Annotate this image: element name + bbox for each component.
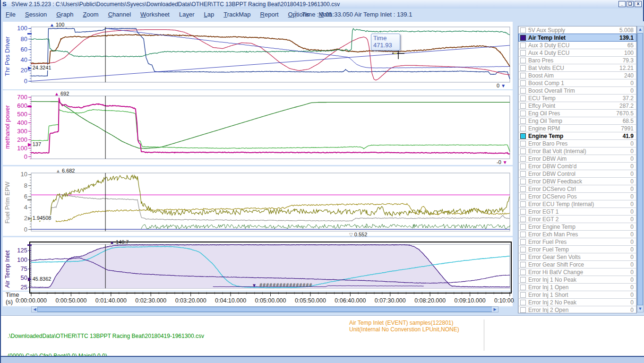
channel-value: 0 [630,239,634,245]
channel-row[interactable]: Error Engine Temp0 [518,223,636,231]
channel-checkbox[interactable] [520,209,526,215]
channel-scrollbar-thumb[interactable] [637,33,643,305]
channel-checkbox[interactable] [520,300,526,305]
channel-row[interactable]: Boost Comp 10 [518,79,636,87]
channel-checkbox[interactable] [520,224,526,230]
channel-checkbox[interactable] [520,171,526,177]
channel-row[interactable]: Error Gear Sen Volts0 [518,253,636,261]
channel-checkbox[interactable] [520,148,526,154]
channel-checkbox[interactable] [520,95,526,101]
channel-scrollbar[interactable]: ▲ ▼ [637,26,644,312]
channel-checkbox[interactable] [520,277,526,283]
channel-checkbox[interactable] [520,88,526,94]
channel-sidebar: 5V Aux Supply5.008Air Temp Inlet139.1Aux… [515,21,644,315]
channel-value: 287.2 [619,103,634,109]
channel-name: Error Baro Pres [528,140,567,147]
channel-value: 79.3 [623,57,634,64]
channel-row[interactable]: Error Bat Volt (Internal)0 [518,147,636,155]
channel-row[interactable]: Baro Pres79.3 [518,56,636,64]
channel-row[interactable]: Error EGT 20 [518,215,636,223]
channel-checkbox[interactable] [520,269,526,275]
channel-checkbox[interactable] [520,179,526,184]
overflow-marker: ▼ ################ [253,283,312,288]
channel-row[interactable]: Error Exh Man Pres0 [518,230,636,238]
channel-name: Aux 4 Duty ECU [528,50,569,56]
channel-name: Error Inj 2 No Peak [528,299,576,306]
channel-checkbox[interactable] [520,80,526,86]
channel-checkbox[interactable] [520,164,526,169]
channel-checkbox[interactable] [520,186,526,192]
channel-checkbox[interactable] [520,285,526,290]
channel-checkbox[interactable] [520,65,526,71]
channel-checkbox[interactable] [520,58,526,63]
channel-checkbox[interactable] [520,73,526,78]
channel-value: 0 [630,269,634,276]
channel-value: 0 [630,208,634,215]
scroll-up-icon[interactable]: ▲ [637,26,643,33]
channel-row[interactable]: Error ECU Temp (Internal)0 [518,200,636,208]
channel-row[interactable]: Error Inj 2 No Peak0 [518,298,636,306]
time-tick-label: 0:03:20.000 [169,297,213,304]
channel-checkbox[interactable] [520,232,526,237]
channel-color-swatch[interactable] [520,35,526,41]
channel-row[interactable]: Bat Volts ECU12.21 [518,64,636,72]
scroll-down-icon[interactable]: ▼ [637,306,643,312]
channel-row[interactable]: Error Baro Pres0 [518,139,636,147]
channel-row[interactable]: Error Inj 1 No Peak0 [518,276,636,284]
channel-row[interactable]: Aux 4 Duty ECU100 [518,49,636,57]
channel-row[interactable]: Engine RPM7991 [518,124,636,132]
channel-checkbox[interactable] [520,262,526,268]
channel-row[interactable]: 5V Aux Supply5.008 [518,26,636,34]
channel-checkbox[interactable] [520,103,526,109]
channel-row[interactable]: Effcy Point287.2 [518,102,636,110]
channel-name: Boost Aim [528,72,554,79]
channel-checkbox[interactable] [520,201,526,207]
channel-checkbox[interactable] [520,254,526,260]
channel-row[interactable]: Engine Temp41.9 [518,132,636,140]
channel-row[interactable]: Error Fuel Pres0 [518,238,636,246]
channel-checkbox[interactable] [520,141,526,147]
channel-checkbox[interactable] [520,194,526,199]
channel-value: 0 [630,261,634,268]
channel-info-block: Air Temp Inlet (EVENT) samples(122801) U… [349,320,481,333]
y-axis-label: Air Temp Inlet [4,250,11,287]
channel-row[interactable]: Eng Oil Temp68.5 [518,117,636,125]
channel-row[interactable]: Eng Oil Pres7670.5 [518,109,636,117]
channel-checkbox[interactable] [520,126,526,131]
channel-row[interactable]: Error Inj 1 Short0 [518,291,636,299]
channel-row[interactable]: Error DCServo Ctrl0 [518,185,636,193]
channel-row[interactable]: Error Inj 2 Open0 [518,306,636,313]
channel-color-swatch[interactable] [520,133,526,139]
channel-checkbox[interactable] [520,292,526,298]
channel-checkbox[interactable] [520,216,526,222]
channel-row[interactable]: Error Gear Shift Force0 [518,260,636,268]
channel-row[interactable]: Air Temp Inlet139.1 [518,34,636,42]
channel-value: 0 [630,292,634,298]
channel-checkbox[interactable] [520,27,526,33]
channel-checkbox[interactable] [520,307,526,313]
channel-name: Error Inj 1 No Peak [528,277,576,283]
time-tick-label: 0:06:40.000 [328,297,372,304]
channel-checkbox[interactable] [520,50,526,56]
channel-row[interactable]: Error DBW Control0 [518,170,636,178]
channel-checkbox[interactable] [520,111,526,116]
channel-row[interactable]: Boost Overall Trim0 [518,86,636,95]
channel-row[interactable]: Error DBW Aim0 [518,155,636,163]
channel-row[interactable]: Error EGT 10 [518,207,636,216]
channel-row[interactable]: Error Inj 1 Open0 [518,283,636,291]
channel-row[interactable]: Error DBW Comb'd0 [518,162,636,170]
tooltip-label: Time [373,35,398,42]
channel-row[interactable]: Aux 3 Duty ECU65 [518,41,636,49]
channel-checkbox[interactable] [520,156,526,162]
channel-checkbox[interactable] [520,239,526,245]
channel-checkbox[interactable] [520,247,526,252]
channel-value: 68.5 [623,118,634,124]
channel-row[interactable]: Error DBW Feedback0 [518,177,636,185]
channel-checkbox[interactable] [520,118,526,124]
channel-row[interactable]: Error Hi BatV Change0 [518,268,636,276]
channel-row[interactable]: ECU Temp37.2 [518,94,636,102]
channel-row[interactable]: Boost Aim240 [518,71,636,79]
channel-row[interactable]: Error DCServo Pos0 [518,192,636,200]
channel-checkbox[interactable] [520,43,526,48]
channel-row[interactable]: Error Fuel Temp0 [518,245,636,253]
